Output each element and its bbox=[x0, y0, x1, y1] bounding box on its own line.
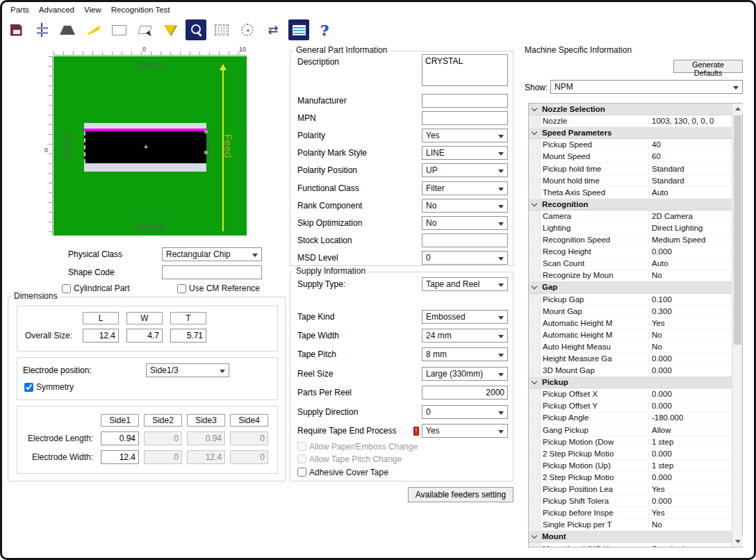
polarity-mark-icon[interactable] bbox=[83, 19, 104, 40]
grid-row[interactable]: Pickup Gap 0.100 bbox=[529, 294, 732, 306]
table-view-icon[interactable] bbox=[288, 19, 309, 40]
scroll-thumb[interactable] bbox=[734, 115, 741, 345]
property-value[interactable]: 0.300 bbox=[649, 307, 732, 315]
grid-row[interactable]: Mount hold time Standard bbox=[529, 175, 732, 187]
polarity-mark-style-select[interactable]: LINE bbox=[422, 146, 508, 160]
grid-row[interactable]: Recog Height 0.000 bbox=[529, 246, 732, 258]
available-feeders-button[interactable]: Available feeders setting bbox=[408, 487, 513, 502]
property-value[interactable]: Allow bbox=[649, 426, 732, 434]
skip-optimization-select[interactable]: No bbox=[422, 216, 508, 230]
grid-row[interactable]: Height Measure Ga 0.000 bbox=[529, 353, 732, 365]
symmetry-checkbox-input[interactable] bbox=[24, 383, 33, 392]
grid-row[interactable]: Pickup Shift Tolera 0.000 bbox=[529, 495, 732, 507]
property-value[interactable]: 60 bbox=[649, 152, 732, 160]
use-cm-reference-checkbox[interactable]: Use CM Reference bbox=[177, 283, 260, 293]
parts-per-reel-input[interactable] bbox=[422, 386, 508, 400]
functional-class-select[interactable]: Filter bbox=[422, 181, 508, 195]
grid-row[interactable]: Gang Pickup Allow bbox=[529, 425, 732, 436]
shape-code-input[interactable] bbox=[162, 265, 262, 279]
grid-row[interactable]: Pickup Offset X 0.000 bbox=[529, 388, 732, 400]
property-value[interactable]: No bbox=[649, 271, 732, 279]
overall-t-input[interactable] bbox=[170, 329, 206, 343]
adhesive-cover-tape-checkbox-input[interactable] bbox=[297, 468, 306, 477]
grid-row[interactable]: Theta Axis Speed Auto bbox=[529, 187, 732, 199]
property-value[interactable]: 40 bbox=[649, 140, 732, 149]
component-body[interactable]: + bbox=[84, 123, 206, 172]
menu-item[interactable]: Advanced bbox=[34, 4, 79, 15]
grid-row[interactable]: Camera 2D Camera bbox=[529, 211, 732, 222]
property-value[interactable]: Direct Lighting bbox=[649, 224, 732, 232]
grid-row[interactable]: Pickup Position Lea Yes bbox=[529, 484, 732, 495]
grid-row[interactable]: Mount Gap 0.300 bbox=[529, 306, 732, 318]
expand-chevron-icon[interactable] bbox=[529, 129, 540, 137]
property-value[interactable]: Auto bbox=[649, 259, 732, 267]
grid-row[interactable]: Pickup Angle -180.000 bbox=[529, 412, 732, 424]
electrode-width-side1-input[interactable] bbox=[101, 450, 139, 464]
property-value[interactable]: -180.000 bbox=[649, 413, 732, 422]
grid-row[interactable]: Mount bbox=[529, 531, 732, 543]
tape-pitch-select[interactable]: 8 mm bbox=[422, 347, 508, 361]
menu-item[interactable]: Recognition Test bbox=[106, 4, 175, 15]
expand-chevron-icon[interactable] bbox=[529, 283, 540, 291]
grid-row[interactable]: Automatic Height M No bbox=[529, 329, 732, 341]
menu-item[interactable]: View bbox=[79, 4, 106, 15]
grid-row[interactable]: Pickup before Inspe Yes bbox=[529, 507, 732, 519]
overall-w-input[interactable] bbox=[126, 329, 163, 343]
tape-kind-select[interactable]: Embossed bbox=[422, 310, 508, 324]
shape-pointer-icon[interactable] bbox=[134, 19, 155, 40]
grid-row[interactable]: Recognize by Moun No bbox=[529, 270, 732, 281]
property-value[interactable]: 2D Camera bbox=[649, 212, 732, 220]
property-value[interactable]: Standard bbox=[649, 165, 732, 173]
property-value[interactable]: 1 step bbox=[649, 438, 732, 446]
grid-row[interactable]: Recognition Speed Medium Speed bbox=[529, 234, 732, 246]
generate-defaults-button[interactable]: Generate Defaults bbox=[673, 60, 743, 73]
part-canvas[interactable]: Side1 Side3 Side4 Side2 Feed + bbox=[54, 56, 247, 236]
electrode-position-select[interactable]: Side1/3 bbox=[146, 363, 229, 377]
scrollbar[interactable] bbox=[732, 104, 742, 547]
property-value[interactable]: 1 step bbox=[649, 461, 732, 470]
grid-row[interactable]: 2 Step Pickup Motio 0.000 bbox=[529, 448, 732, 460]
stock-location-input[interactable] bbox=[422, 233, 508, 247]
grid-row[interactable]: Pickup Offset Y 0.000 bbox=[529, 400, 732, 412]
supply-direction-select[interactable]: 0 bbox=[422, 405, 508, 419]
grid-row[interactable]: Pickup Motion (Up) 1 step bbox=[529, 460, 732, 472]
menu-item[interactable]: Parts bbox=[6, 4, 34, 15]
grid-row[interactable]: Lighting Direct Lighting bbox=[529, 222, 732, 234]
expand-chevron-icon[interactable] bbox=[529, 105, 540, 113]
expand-chevron-icon[interactable] bbox=[529, 378, 540, 386]
polarity-position-select[interactable]: UP bbox=[422, 163, 508, 177]
grid-row[interactable]: Pickup hold time Standard bbox=[529, 163, 732, 174]
grid-row[interactable]: 2 Step Pickup Motio 0.000 bbox=[529, 472, 732, 484]
property-value[interactable]: Medium Speed bbox=[649, 236, 732, 244]
use-cm-reference-checkbox-input[interactable] bbox=[177, 284, 186, 293]
grid-row[interactable]: Automatic Height M Yes bbox=[529, 318, 732, 329]
mpn-input[interactable] bbox=[422, 111, 508, 125]
zoom-icon[interactable] bbox=[186, 19, 206, 40]
rotation-points-icon[interactable] bbox=[237, 19, 258, 40]
property-value[interactable]: Yes bbox=[649, 509, 732, 517]
rectangle-tool-icon[interactable] bbox=[108, 19, 129, 40]
property-value[interactable]: 0.000 bbox=[649, 247, 732, 256]
grid-row[interactable]: Single Pickup per T No bbox=[529, 519, 732, 531]
grid-row[interactable]: Mount Speed 60 bbox=[529, 151, 732, 163]
rank-component-select[interactable]: No bbox=[422, 199, 508, 213]
property-value[interactable]: 1003, 130, 0, 0, 0 bbox=[649, 117, 732, 125]
expand-chevron-icon[interactable] bbox=[529, 532, 540, 541]
tape-width-select[interactable]: 24 mm bbox=[422, 329, 508, 343]
scroll-down-button[interactable] bbox=[732, 536, 743, 547]
trapezoid-tool-icon[interactable] bbox=[57, 19, 78, 40]
symmetry-checkbox[interactable]: Symmetry bbox=[23, 382, 272, 392]
grid-row[interactable]: 3D Mount Gap 0.000 bbox=[529, 365, 732, 377]
grid-row[interactable]: Pickup Motion (Dow 1 step bbox=[529, 436, 732, 448]
grid-row[interactable]: Auto Height Measu No bbox=[529, 341, 732, 353]
center-align-icon[interactable] bbox=[31, 19, 52, 40]
grid-row[interactable]: Pickup Speed 40 bbox=[529, 139, 732, 151]
grid-row[interactable]: Nozzle Selection bbox=[529, 104, 732, 115]
property-value[interactable]: No bbox=[649, 331, 732, 339]
property-value[interactable]: 0.000 bbox=[649, 366, 732, 374]
grid-row[interactable]: Scan Count Auto bbox=[529, 258, 732, 270]
electrode-length-side1-input[interactable] bbox=[101, 431, 139, 445]
property-value[interactable]: Standard bbox=[649, 176, 732, 185]
property-value[interactable]: No bbox=[649, 520, 732, 529]
swap-arrows-icon[interactable] bbox=[263, 19, 284, 40]
